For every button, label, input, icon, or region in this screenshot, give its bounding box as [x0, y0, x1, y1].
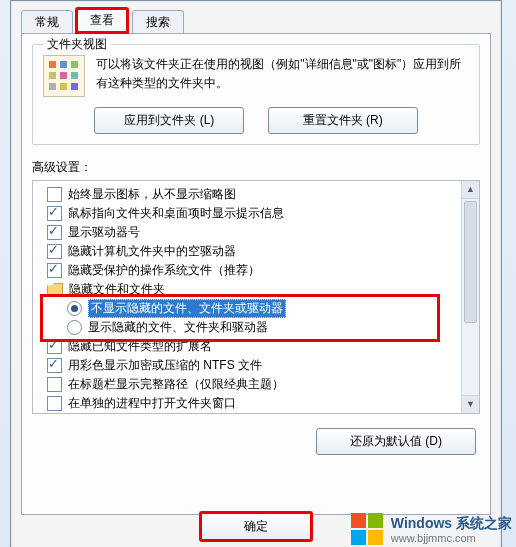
tree-row[interactable]: 用彩色显示加密或压缩的 NTFS 文件	[35, 356, 477, 375]
scroll-up-arrow-icon[interactable]: ▲	[462, 181, 479, 199]
checkbox[interactable]	[47, 377, 62, 392]
ok-button[interactable]: 确定	[199, 511, 313, 542]
dialog-buttons: 确定	[11, 511, 501, 542]
folder-views-desc: 可以将该文件夹正在使用的视图（例如"详细信息"或"图标"）应用到所有这种类型的文…	[96, 55, 466, 93]
restore-row: 还原为默认值 (D)	[32, 428, 480, 455]
scroll-thumb[interactable]	[464, 201, 477, 323]
tree-row[interactable]: 在缩略图上显示文件图标	[35, 413, 477, 414]
tab-label: 常规	[35, 15, 59, 29]
tab-panel-view: 文件夹视图 可以将该文件夹正在使用的视图（例如"详细信息"或"图标"）应用到所有…	[21, 33, 491, 515]
dialog-window: 常规 查看 搜索 文件夹视图 可以将该文件夹正在使用的视图（例如"详细信息"或"…	[10, 0, 502, 547]
tab-bar: 常规 查看 搜索	[21, 7, 501, 33]
checkbox[interactable]	[47, 263, 62, 278]
tab-view[interactable]: 查看	[75, 7, 129, 34]
tree-row[interactable]: 在标题栏显示完整路径（仅限经典主题）	[35, 375, 477, 394]
advanced-settings-label: 高级设置：	[32, 159, 480, 176]
folder-grid-icon	[43, 55, 85, 97]
advanced-settings-tree: 始终显示图标，从不显示缩略图鼠标指向文件夹和桌面项时显示提示信息显示驱动器号隐藏…	[32, 180, 480, 414]
scrollbar[interactable]: ▲ ▼	[461, 181, 479, 413]
group-title: 文件夹视图	[43, 36, 111, 53]
checkbox[interactable]	[47, 225, 62, 240]
checkbox[interactable]	[47, 206, 62, 221]
tree-row-label: 在单独的进程中打开文件夹窗口	[68, 395, 236, 412]
reset-folders-button[interactable]: 重置文件夹 (R)	[268, 107, 418, 134]
checkbox[interactable]	[47, 396, 62, 411]
tree-row[interactable]: 鼠标指向文件夹和桌面项时显示提示信息	[35, 204, 477, 223]
tree-row-label: 隐藏受保护的操作系统文件（推荐）	[68, 262, 260, 279]
tree-row-label: 显示驱动器号	[68, 224, 140, 241]
tree-row[interactable]: 在单独的进程中打开文件夹窗口	[35, 394, 477, 413]
scroll-down-arrow-icon[interactable]: ▼	[462, 395, 479, 413]
checkbox[interactable]	[47, 358, 62, 373]
tree-row-label: 鼠标指向文件夹和桌面项时显示提示信息	[68, 205, 284, 222]
folder-views-group: 文件夹视图 可以将该文件夹正在使用的视图（例如"详细信息"或"图标"）应用到所有…	[32, 44, 480, 145]
tab-search[interactable]: 搜索	[132, 10, 184, 35]
tree-row[interactable]: 显示驱动器号	[35, 223, 477, 242]
tree-row[interactable]: 隐藏受保护的操作系统文件（推荐）	[35, 261, 477, 280]
tree-row-label: 在标题栏显示完整路径（仅限经典主题）	[68, 376, 284, 393]
tree-row[interactable]: 隐藏计算机文件夹中的空驱动器	[35, 242, 477, 261]
tab-label: 搜索	[146, 15, 170, 29]
folder-views-buttons: 应用到文件夹 (L) 重置文件夹 (R)	[43, 107, 469, 134]
restore-defaults-button[interactable]: 还原为默认值 (D)	[316, 428, 476, 455]
tree-row-label: 隐藏计算机文件夹中的空驱动器	[68, 243, 236, 260]
highlight-annotation	[40, 294, 440, 342]
tree-row[interactable]: 始终显示图标，从不显示缩略图	[35, 185, 477, 204]
tree-row-label: 始终显示图标，从不显示缩略图	[68, 186, 236, 203]
apply-to-folders-button[interactable]: 应用到文件夹 (L)	[94, 107, 244, 134]
tab-general[interactable]: 常规	[21, 10, 73, 35]
tree-row-label: 用彩色显示加密或压缩的 NTFS 文件	[68, 357, 262, 374]
group-body: 可以将该文件夹正在使用的视图（例如"详细信息"或"图标"）应用到所有这种类型的文…	[43, 55, 469, 97]
checkbox[interactable]	[47, 244, 62, 259]
tab-label: 查看	[90, 13, 114, 27]
checkbox[interactable]	[47, 187, 62, 202]
